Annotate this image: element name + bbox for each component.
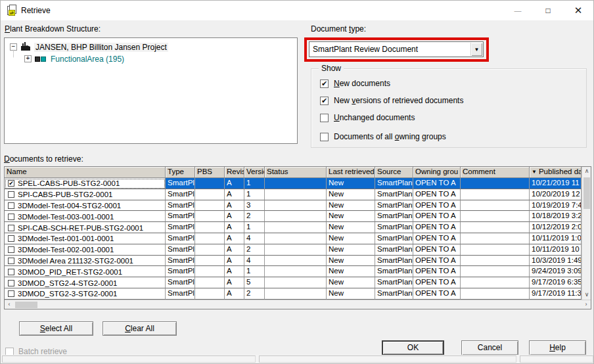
doc-cell-last_retrieved: New: [327, 189, 375, 200]
scroll-left-icon[interactable]: ‹: [5, 300, 14, 309]
doc-cell-type: SmartPl: [166, 200, 195, 212]
scroll-down-icon[interactable]: ∨: [582, 290, 591, 300]
checkbox-icon[interactable]: [320, 114, 329, 122]
doc-cell-pbs: [195, 211, 225, 222]
ok-button[interactable]: OK: [382, 340, 444, 355]
doc-cell-pbs: [195, 222, 225, 233]
minimize-button[interactable]: —: [503, 1, 533, 20]
doc-name-cell[interactable]: 3DModel-Test-002-001-0001: [5, 244, 166, 256]
column-header-comment[interactable]: Comment: [461, 167, 530, 178]
documents-label: Documents to retrieve:: [4, 154, 83, 164]
checkbox-icon[interactable]: [8, 258, 14, 264]
expand-icon[interactable]: +: [24, 55, 32, 62]
show-option[interactable]: ✔New documents: [320, 79, 390, 88]
column-header-type[interactable]: Type: [166, 167, 195, 178]
doc-cell-type: SmartPl: [166, 288, 195, 300]
cancel-button[interactable]: Cancel: [461, 340, 518, 355]
window-title: Retrieve: [21, 6, 51, 15]
doc-name-cell[interactable]: 3DMOD_PID_RET-STG2-0001: [5, 266, 166, 277]
scroll-right-icon[interactable]: ›: [582, 300, 591, 309]
doc-name-cell[interactable]: 3DMOD_STG2-4-STG2-0001: [5, 277, 166, 288]
column-header-pbs[interactable]: PBS: [195, 167, 225, 178]
checked-checkbox-icon[interactable]: ✔: [320, 80, 329, 88]
horizontal-scrollbar[interactable]: ‹ ›: [5, 300, 591, 309]
checkbox-icon[interactable]: [8, 290, 14, 297]
checked-checkbox-icon[interactable]: ✔: [8, 180, 14, 187]
show-option[interactable]: ✔New versions of retrieved documents: [320, 96, 463, 105]
vertical-scrollbar[interactable]: ∧ ∨: [582, 167, 591, 300]
doc-name: 3DMOD_PID_RET-STG2-0001: [18, 268, 122, 276]
doc-cell-source: SmartPlant: [375, 288, 413, 300]
close-button[interactable]: ✕: [563, 1, 593, 20]
table-row[interactable]: SPI-CABS-PUB-STG2-0001SmartPlA1NewSmartP…: [5, 189, 582, 200]
table-row[interactable]: 3DMOD_STG2-4-STG2-0001SmartPlA5NewSmartP…: [5, 277, 582, 288]
pbs-tree[interactable]: − JANSEN, BHP Billiton Jansen Project + …: [4, 37, 298, 144]
checkbox-icon[interactable]: [8, 191, 14, 198]
tree-item-functional-area[interactable]: + FunctionalArea (195): [24, 53, 126, 64]
doc-cell-type: SmartPl: [166, 178, 195, 189]
annotation-highlight-box: [304, 37, 489, 62]
doc-name-cell[interactable]: SPI-CAB-SCH-RET-PUB-STG2-0001: [5, 222, 166, 233]
column-header-label: Status: [267, 168, 288, 175]
table-row[interactable]: 3DModel-Test-001-001-0001SmartPlA4NewSma…: [5, 233, 582, 244]
doc-cell-last_retrieved: New: [327, 288, 375, 300]
column-header-owning-grou[interactable]: Owning grou: [413, 167, 461, 178]
table-row[interactable]: 3DMOD_PID_RET-STG2-0001SmartPlA1NewSmart…: [5, 266, 582, 277]
title-bar: ⇄ Retrieve — □ ✕: [1, 1, 593, 20]
doc-name-cell[interactable]: 3DModel-Test-004-STG2-0001: [5, 200, 166, 212]
collapse-icon[interactable]: −: [10, 43, 17, 51]
scroll-up-icon[interactable]: ∧: [582, 167, 591, 176]
doc-name-cell[interactable]: 3DModel-Test-001-001-0001: [5, 233, 166, 244]
doc-name-cell[interactable]: ✔SPEL-CABS-PUB-STG2-0001: [5, 178, 166, 189]
doc-cell-revision: A: [225, 256, 244, 267]
column-header-versio[interactable]: Versio: [244, 167, 265, 178]
table-row[interactable]: 3DModel-Test-003-001-0001SmartPlA2NewSma…: [5, 211, 582, 222]
table-row[interactable]: 3DModel-Test-004-STG2-0001SmartPlA3NewSm…: [5, 200, 582, 212]
doc-cell-owning_group: OPEN TO A: [413, 266, 461, 277]
checkbox-icon[interactable]: [8, 269, 14, 275]
clear-all-button[interactable]: Clear All: [103, 321, 177, 336]
vertical-scroll-thumb[interactable]: [583, 177, 590, 209]
show-group-label: Show: [319, 64, 344, 73]
column-header-published-da[interactable]: ▼Published da: [530, 167, 582, 178]
doc-cell-revision: A: [225, 266, 244, 277]
doc-name-cell[interactable]: SPI-CABS-PUB-STG2-0001: [5, 189, 166, 200]
doc-cell-owning_group: OPEN TO A: [413, 277, 461, 288]
column-header-last-retrieved[interactable]: Last retrieved: [327, 167, 375, 178]
checkbox-icon[interactable]: [320, 133, 329, 141]
checkbox-icon[interactable]: [8, 280, 14, 286]
table-row[interactable]: 3DModel Area 211132-STG2-0001SmartPlA4Ne…: [5, 256, 582, 267]
checkbox-icon[interactable]: [8, 225, 14, 231]
column-header-revisio[interactable]: Revisio: [225, 167, 244, 178]
maximize-button[interactable]: □: [533, 1, 563, 20]
table-row[interactable]: SPI-CAB-SCH-RET-PUB-STG2-0001SmartPlA1Ne…: [5, 222, 582, 233]
doc-cell-last_retrieved: New: [327, 222, 375, 233]
doc-name: 3DMOD_STG2-4-STG2-0001: [18, 279, 117, 287]
show-option[interactable]: Documents of all owning groups: [320, 132, 446, 141]
table-row[interactable]: 3DMOD_STG2-3-STG2-0001SmartPlA2NewSmartP…: [5, 288, 582, 300]
horizontal-scroll-thumb[interactable]: [15, 302, 37, 308]
status-panel: [520, 355, 593, 363]
checkbox-icon[interactable]: [8, 214, 14, 220]
document-type-label: Document type:: [311, 24, 366, 34]
tree-item-project[interactable]: − JANSEN, BHP Billiton Jansen Project: [10, 41, 168, 53]
doc-name-cell[interactable]: 3DModel Area 211132-STG2-0001: [5, 256, 166, 267]
doc-cell-published: 10/3/2019 1:49: [530, 256, 582, 267]
checkbox-icon[interactable]: [8, 246, 14, 253]
column-header-status[interactable]: Status: [265, 167, 327, 178]
plant-icon: [20, 42, 31, 53]
column-header-name[interactable]: Name: [5, 167, 166, 178]
doc-name-cell[interactable]: 3DMOD_STG2-3-STG2-0001: [5, 288, 166, 300]
checkbox-icon[interactable]: [8, 202, 14, 209]
column-header-source[interactable]: Source: [375, 167, 413, 178]
table-row[interactable]: 3DModel-Test-002-001-0001SmartPlA2NewSma…: [5, 244, 582, 256]
doc-name-cell[interactable]: 3DModel-Test-003-001-0001: [5, 211, 166, 222]
help-button[interactable]: Help: [529, 340, 586, 355]
table-row[interactable]: ✔SPEL-CABS-PUB-STG2-0001SmartPlA1NewSmar…: [5, 178, 582, 189]
checked-checkbox-icon[interactable]: ✔: [320, 97, 329, 105]
doc-name: 3DModel-Test-002-001-0001: [18, 246, 114, 254]
column-header-label: Revisio: [227, 168, 244, 175]
checkbox-icon[interactable]: [8, 235, 14, 242]
select-all-button[interactable]: Select All: [19, 321, 93, 336]
show-option[interactable]: Unchanged documents: [320, 113, 415, 122]
